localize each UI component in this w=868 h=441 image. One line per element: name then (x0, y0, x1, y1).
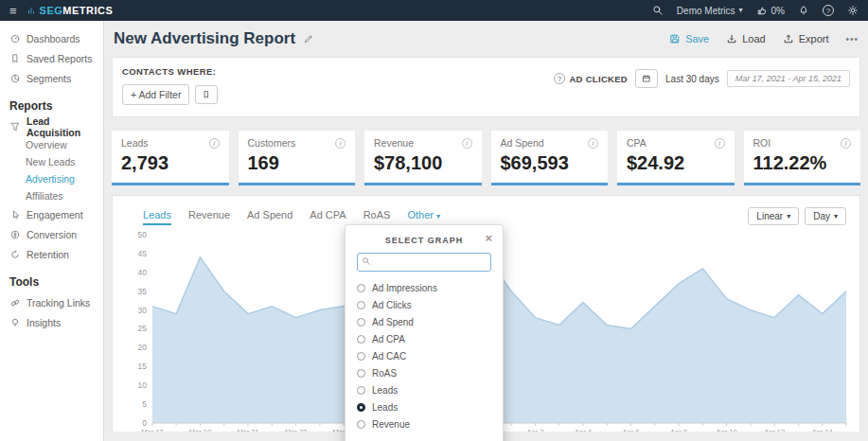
sidebar-item-tracking-links[interactable]: Tracking Links (0, 292, 103, 312)
menu-icon[interactable]: ≡ (9, 4, 17, 18)
date-range-controls: ? AD CLICKED Last 30 days Mar 17, 2021 -… (554, 69, 850, 88)
chevron-down-icon: ▾ (436, 212, 440, 220)
sidebar-nav: DashboardsSaved ReportsSegmentsReportsLe… (0, 28, 103, 332)
graph-option-leads-6[interactable]: Leads (357, 381, 491, 398)
graph-option-roas-5[interactable]: RoAS (357, 364, 491, 381)
svg-text:35: 35 (138, 287, 148, 296)
load-button[interactable]: Load (726, 33, 765, 44)
metric-value: $24.92 (627, 152, 725, 174)
sidebar-item-affiliates[interactable]: Affiliates (0, 187, 103, 204)
info-icon[interactable]: i (588, 138, 598, 149)
filter-panel: CONTACTS WHERE: + Add Filter ? AD CLICKE… (112, 57, 860, 117)
add-filter-button[interactable]: + Add Filter (122, 84, 189, 105)
save-icon (669, 33, 681, 44)
graph-option-ad-cac-4[interactable]: Ad CAC (357, 347, 491, 364)
app-window: ≡ SEGMETRICS Demo Metrics ▾ 0% (0, 0, 868, 441)
sidebar-item-retention[interactable]: Retention (0, 244, 103, 264)
calendar-button[interactable] (635, 69, 658, 88)
chart-controls: Linear▾ Day▾ (748, 207, 846, 225)
metric-value: $78,100 (374, 152, 472, 174)
sidebar-item-new-leads[interactable]: New Leads (0, 153, 103, 170)
graph-option-leads-7[interactable]: Leads (357, 398, 491, 415)
svg-text:15: 15 (138, 362, 148, 371)
health-score[interactable]: 0% (756, 5, 785, 16)
info-circle-icon[interactable]: ? (554, 73, 565, 84)
settings-button[interactable] (847, 5, 859, 16)
option-label: Ad Impressions (372, 283, 437, 293)
gear-icon (847, 5, 859, 16)
svg-text:5: 5 (142, 399, 147, 409)
info-icon[interactable]: i (209, 138, 220, 149)
edit-pencil-icon[interactable] (303, 33, 314, 44)
tab-roas[interactable]: RoAS (363, 209, 391, 225)
range-dates[interactable]: Mar 17, 2021 - Apr 15, 2021 (727, 70, 850, 87)
scale-dropdown[interactable]: Linear▾ (748, 207, 799, 225)
sidebar-item-segments[interactable]: Segments (0, 68, 103, 88)
graph-search-input[interactable] (357, 253, 491, 272)
export-icon (783, 33, 794, 44)
logo[interactable]: SEGMETRICS (27, 5, 114, 16)
sidebar-item-saved-reports[interactable]: Saved Reports (0, 48, 103, 68)
sidebar-item-dashboards[interactable]: Dashboards (0, 28, 103, 48)
sidebar-item-insights[interactable]: Insights (0, 312, 103, 332)
close-icon[interactable]: × (485, 232, 493, 244)
tab-leads[interactable]: Leads (143, 209, 171, 225)
tab-ad-cpa[interactable]: Ad CPA (310, 209, 345, 225)
sidebar-item-conversion[interactable]: Conversion (0, 224, 103, 244)
range-preset-label[interactable]: Last 30 days (665, 74, 719, 84)
sidebar-item-engagement[interactable]: Engagement (0, 204, 103, 224)
radio-icon (357, 369, 365, 378)
tabs-holder: LeadsRevenueAd SpendAd CPARoAS (143, 209, 390, 225)
sidebar: DashboardsSaved ReportsSegmentsReportsLe… (0, 21, 104, 441)
metric-card-leads: Leadsi2,793 (112, 131, 229, 185)
load-icon (726, 33, 737, 44)
tab-other[interactable]: Other ▾ (407, 209, 440, 225)
radio-icon (357, 335, 365, 344)
graph-option-ad-spend-2[interactable]: Ad Spend (357, 313, 491, 330)
info-icon[interactable]: i (841, 138, 851, 149)
sidebar-item-label: Saved Reports (27, 53, 92, 64)
graph-option-ad-cpa-3[interactable]: Ad CPA (357, 330, 491, 347)
graph-option-ad-impressions-0[interactable]: Ad Impressions (357, 279, 491, 296)
bookmark-icon (202, 90, 211, 99)
export-button[interactable]: Export (783, 33, 829, 44)
metric-card-revenue: Revenuei$78,100 (364, 131, 482, 185)
tab-ad-spend[interactable]: Ad Spend (247, 209, 292, 225)
link-icon (9, 297, 21, 309)
save-filter-button[interactable] (195, 85, 218, 104)
notifications-button[interactable] (798, 5, 809, 16)
sidebar-item-advertising[interactable]: Advertising (0, 170, 103, 187)
svg-text:45: 45 (138, 249, 148, 258)
sidebar-item-lead-acquisition[interactable]: Lead Acquisition (0, 116, 103, 136)
sidebar-item-label: Retention (27, 249, 69, 260)
metric-label: Revenue (374, 137, 414, 149)
account-dropdown[interactable]: Demo Metrics ▾ (677, 6, 743, 16)
interval-dropdown[interactable]: Day▾ (805, 207, 846, 225)
search-icon (362, 256, 371, 266)
info-icon[interactable]: i (462, 138, 472, 149)
more-menu-button[interactable]: ••• (845, 34, 859, 44)
sidebar-item-overview[interactable]: Overview (0, 136, 103, 153)
save-button[interactable]: Save (669, 33, 709, 44)
account-label: Demo Metrics (677, 6, 735, 16)
metric-card-cpa: CPAi$24.92 (617, 131, 735, 185)
tab-revenue[interactable]: Revenue (188, 209, 230, 225)
ad-clicked-label-group: ? AD CLICKED (554, 73, 628, 84)
radio-icon (357, 403, 365, 412)
sidebar-item-label: Segments (27, 73, 71, 84)
graph-option-list: Ad ImpressionsAd ClicksAd SpendAd CPAAd … (357, 279, 491, 432)
info-icon[interactable]: i (715, 138, 725, 149)
metric-card-roi: ROIi112.22% (744, 131, 861, 185)
thumb-up-icon (756, 5, 768, 16)
ad-clicked-label: AD CLICKED (569, 74, 628, 84)
info-icon[interactable]: i (335, 138, 345, 149)
sidebar-item-label: Lead Acquisition (27, 115, 94, 138)
logo-seg: SEG (40, 5, 63, 16)
search-icon[interactable] (652, 5, 664, 16)
graph-option-revenue-8[interactable]: Revenue (357, 415, 491, 432)
svg-text:Mar 19: Mar 19 (189, 428, 211, 432)
option-label: Revenue (372, 419, 410, 430)
help-button[interactable]: ? (823, 5, 834, 16)
chevron-down-icon: ▾ (739, 7, 743, 14)
graph-option-ad-clicks-1[interactable]: Ad Clicks (357, 296, 491, 313)
